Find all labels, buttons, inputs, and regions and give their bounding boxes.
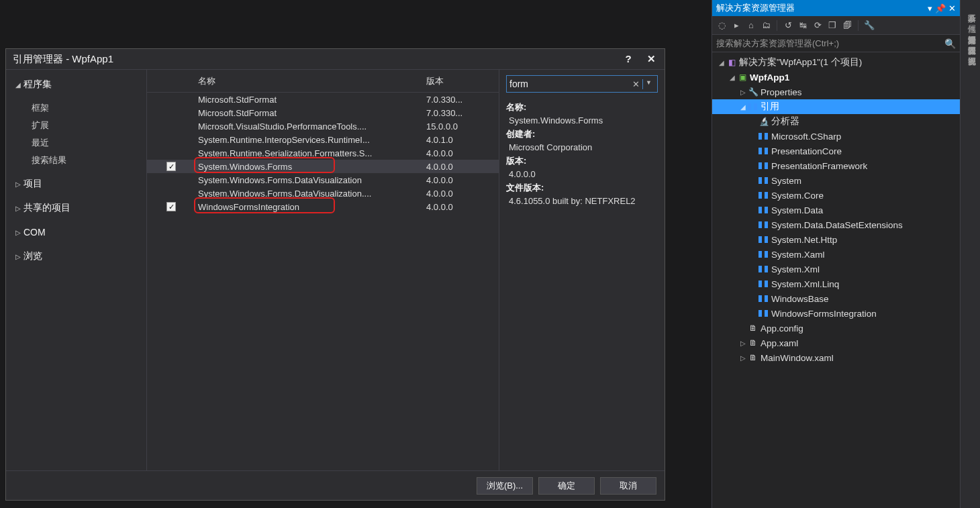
detail-name-value: System.Windows.Forms [506, 114, 658, 128]
checkbox-checked[interactable]: ✓ [166, 162, 176, 171]
caret-icon[interactable]: ▷ [739, 340, 747, 347]
detail-version-value: 4.0.0.0 [506, 168, 658, 181]
assembly-name: System.Windows.Forms.DataVisualization [195, 175, 426, 185]
dropdown-icon[interactable]: ▾ [928, 3, 932, 13]
nav-framework[interactable]: 框架 [6, 99, 146, 117]
reference-item[interactable]: PresentationFramework [712, 158, 960, 173]
reference-item[interactable]: System.Xml.Linq [712, 276, 960, 291]
assembly-row[interactable]: Microsoft.StdFormat7.0.330... [147, 106, 499, 119]
caret-icon[interactable]: ◢ [739, 103, 747, 111]
properties-icon[interactable]: 🔧 [864, 20, 875, 31]
nav-recent[interactable]: 最近 [6, 134, 146, 152]
vertical-tab[interactable]: 诊断工具 [961, 3, 980, 13]
solution-explorer-search[interactable]: 搜索解决方案资源管理器(Ctrl+;) 🔍 [712, 35, 960, 52]
solution-explorer-panel: 解决方案资源管理器 ▾ 📌 ✕ ◌ ▸ ⌂ 🗂 ↺ ↹ ⟳ ❐ 🗐 🔧 搜索解决… [712, 0, 960, 508]
reference-label: WindowsBase [770, 294, 829, 304]
search-placeholder: 搜索解决方案资源管理器(Ctrl+;) [716, 38, 839, 50]
nav-com[interactable]: ▷COM [6, 223, 146, 242]
browse-button[interactable]: 浏览(B)... [477, 477, 533, 495]
vertical-tab[interactable]: 资源视图 [961, 46, 980, 56]
assembly-name: System.Runtime.Serialization.Formatters.… [195, 148, 426, 158]
assembly-row[interactable]: Microsoft.StdFormat7.0.330... [147, 93, 499, 106]
ok-button[interactable]: 确定 [538, 477, 595, 495]
clear-search-icon[interactable]: ✕ [630, 79, 642, 89]
close-icon[interactable]: ✕ [948, 3, 956, 13]
caret-icon[interactable]: ◢ [718, 59, 726, 66]
appconfig-node[interactable]: 🗎 App.config [712, 321, 960, 336]
assembly-name: Microsoft.StdFormat [195, 95, 426, 105]
assembly-row[interactable]: System.Windows.Forms.DataVisualization4.… [147, 173, 499, 187]
copy-icon[interactable]: 🗐 [842, 20, 852, 31]
assembly-row[interactable]: System.Windows.Forms.DataVisualization..… [147, 187, 499, 200]
properties-node[interactable]: ▷ 🔧 Properties [712, 85, 960, 99]
close-icon[interactable]: ✕ [644, 53, 658, 65]
reference-item[interactable]: System.Data.DataSetExtensions [712, 217, 960, 232]
nav-extensions[interactable]: 扩展 [6, 117, 146, 134]
vertical-tab[interactable]: 属性 [961, 13, 980, 24]
nav-assemblies[interactable]: ◢程序集 [6, 75, 146, 94]
reference-item[interactable]: System.Core [712, 188, 960, 203]
caret-icon[interactable]: ◢ [728, 74, 736, 81]
assembly-search-box[interactable]: ✕ ▼ [506, 75, 658, 93]
forward-icon[interactable]: ▸ [731, 20, 742, 31]
reference-icon [758, 177, 770, 184]
col-name-header[interactable]: 名称 [195, 75, 426, 87]
reference-item[interactable]: System.Xaml [712, 247, 960, 262]
project-node[interactable]: ◢ ▣ WpfApp1 [712, 70, 960, 85]
assembly-row[interactable]: System.Runtime.InteropServices.RuntimeI.… [147, 133, 499, 146]
reference-item[interactable]: System.Net.Http [712, 232, 960, 247]
assembly-row[interactable]: Microsoft.VisualStudio.PerformanceTools.… [147, 119, 499, 133]
reference-icon [758, 281, 770, 287]
nav-search-results[interactable]: 搜索结果 [6, 152, 146, 169]
solution-node[interactable]: ◢ ◧ 解决方案"WpfApp1"(1 个项目) [712, 55, 960, 70]
assembly-name: Microsoft.StdFormat [195, 108, 426, 118]
caret-icon[interactable]: ▷ [739, 89, 747, 96]
pin-icon[interactable]: 📌 [935, 3, 946, 13]
reference-item[interactable]: PresentationCore [712, 144, 960, 158]
references-icon [747, 103, 759, 110]
nav-browse[interactable]: ▷浏览 [6, 247, 146, 266]
reference-item[interactable]: Microsoft.CSharp [712, 129, 960, 144]
vertical-tab[interactable]: 团队资源管理器 [961, 35, 980, 46]
reference-item[interactable]: System.Data [712, 203, 960, 217]
assembly-name: Microsoft.VisualStudio.PerformanceTools.… [195, 121, 426, 132]
detail-filever-label: 文件版本: [506, 181, 658, 195]
home-icon[interactable]: ⌂ [746, 20, 756, 31]
help-icon[interactable]: ? [622, 53, 635, 65]
collapse-icon[interactable]: ↹ [797, 20, 808, 31]
reference-icon [758, 192, 770, 199]
checkbox-checked[interactable]: ✓ [166, 202, 176, 211]
show-all-icon[interactable]: ❐ [827, 20, 838, 31]
history-icon[interactable]: ↺ [783, 20, 793, 31]
vertical-tab[interactable]: 解决方案资源管理器 [961, 24, 980, 35]
nav-projects[interactable]: ▷项目 [6, 174, 146, 193]
sync-icon[interactable]: 🗂 [761, 20, 771, 31]
reference-item[interactable]: System [712, 173, 960, 188]
reference-label: System [770, 176, 801, 186]
reference-item[interactable]: 🔬分析器 [712, 114, 960, 129]
nav-shared-projects[interactable]: ▷共享的项目 [6, 199, 146, 217]
reference-icon [758, 207, 770, 213]
col-version-header[interactable]: 版本 [426, 75, 499, 87]
cancel-button[interactable]: 取消 [600, 477, 656, 495]
assembly-row[interactable]: System.Runtime.Serialization.Formatters.… [147, 146, 499, 160]
reference-icon [758, 133, 770, 140]
assembly-row[interactable]: ✓System.Windows.Forms4.0.0.0 [147, 160, 499, 173]
mainwindow-node[interactable]: ▷ 🗎 MainWindow.xaml [712, 350, 960, 365]
detail-filever-value: 4.6.1055.0 built by: NETFXREL2 [506, 195, 658, 208]
appxaml-node[interactable]: ▷ 🗎 App.xaml [712, 336, 960, 350]
search-dropdown-icon[interactable]: ▼ [642, 79, 654, 89]
assembly-name: System.Windows.Forms.DataVisualization..… [195, 189, 426, 199]
back-icon[interactable]: ◌ [716, 20, 727, 31]
reference-item[interactable]: WindowsFormsIntegration [712, 306, 960, 321]
assembly-search-input[interactable] [509, 79, 624, 89]
reference-item[interactable]: WindowsBase [712, 291, 960, 306]
reference-item[interactable]: System.Xml [712, 262, 960, 276]
refresh-icon[interactable]: ⟳ [812, 20, 823, 31]
search-icon[interactable]: 🔍 [944, 38, 956, 49]
assembly-row[interactable]: ✓WindowsFormsIntegration4.0.0.0 [147, 200, 499, 213]
caret-icon[interactable]: ▷ [739, 354, 747, 362]
reference-label: PresentationFramework [770, 161, 867, 171]
vertical-tab-strip: 诊断工具属性解决方案资源管理器团队资源管理器资源视图 [960, 0, 980, 508]
references-node[interactable]: ◢ 引用 [712, 99, 960, 114]
